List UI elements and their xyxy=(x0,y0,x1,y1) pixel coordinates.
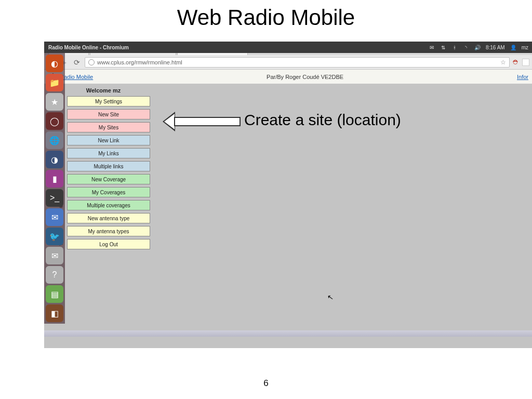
status-bar xyxy=(44,330,532,337)
launcher-icon-9[interactable]: 🐦 xyxy=(46,228,63,245)
menu-item-button[interactable]: My Sites xyxy=(67,122,150,132)
site-header: Radio Mobile Par/By Roger Coudé VE2DBE I… xyxy=(44,70,532,84)
launcher-icon-3[interactable]: ◯ xyxy=(46,112,63,130)
menu-item-button[interactable]: New antenna type xyxy=(67,213,150,223)
welcome-text: Welcome mz xyxy=(57,87,150,94)
menu-item-button[interactable]: New Site xyxy=(67,109,150,119)
launcher-icon-12[interactable]: ▤ xyxy=(46,285,63,303)
unity-launcher: ◐📁★◯🌐◑▮>_✉🐦✉?▤◧ xyxy=(44,53,65,324)
menu-item-multiple-coverages[interactable]: ◉Multiple coverages xyxy=(57,200,150,211)
sound-indicator-icon[interactable]: 🔊 xyxy=(474,44,481,50)
menu-item-log-out[interactable]: ↩Log Out xyxy=(57,238,150,250)
menu-item-new-link[interactable]: ⇄New Link xyxy=(57,135,150,146)
bookmark-star-icon[interactable]: ☆ xyxy=(500,59,506,66)
menu-item-my-coverages[interactable]: ◉My Coverages xyxy=(57,187,150,198)
menu-item-my-sites[interactable]: ✶My Sites xyxy=(57,122,150,133)
menu-item-button[interactable]: Multiple links xyxy=(67,161,150,171)
slide-page-number: 6 xyxy=(0,378,532,389)
user-label[interactable]: mz xyxy=(522,45,528,50)
bluetooth-indicator-icon[interactable]: ᚼ xyxy=(451,44,458,50)
callout-text: Create a site (location) xyxy=(244,111,401,129)
browser-screenshot: Radio Mobile Online - Chromium ✉ ⇅ ᚼ ◝ 🔊… xyxy=(44,42,532,348)
menu-panel: Welcome mz My Settings✶New Site✶My Sites… xyxy=(57,87,150,251)
menu-item-button[interactable]: Log Out xyxy=(67,239,150,249)
menu-item-button[interactable]: New Coverage xyxy=(67,174,150,184)
mail-indicator-icon[interactable]: ✉ xyxy=(429,44,435,50)
extension-icon[interactable]: ⛑ xyxy=(513,59,519,66)
menu-item-new-antenna-type[interactable]: ⊩New antenna type xyxy=(57,212,150,224)
mouse-cursor-icon: ↖ xyxy=(327,292,335,302)
menu-item-new-coverage[interactable]: ◉New Coverage xyxy=(57,174,150,185)
wifi-indicator-icon[interactable]: ◝ xyxy=(463,44,469,50)
launcher-icon-13[interactable]: ◧ xyxy=(46,304,63,322)
menu-item-my-settings[interactable]: My Settings xyxy=(57,96,150,107)
user-icon[interactable]: 👤 xyxy=(510,44,516,50)
browser-toolbar: ◄ ► ⟳ www.cplus.org/rmw/rmonline.html ☆ … xyxy=(44,55,532,70)
url-text: www.cplus.org/rmw/rmonline.html xyxy=(97,59,182,65)
menu-item-new-site[interactable]: ✶New Site xyxy=(57,109,150,120)
launcher-icon-4[interactable]: 🌐 xyxy=(46,131,63,149)
launcher-icon-8[interactable]: ✉ xyxy=(46,208,63,226)
clock-label[interactable]: 8:16 AM xyxy=(486,45,505,50)
launcher-icon-7[interactable]: >_ xyxy=(46,189,63,207)
window-title: Radio Mobile Online - Chromium xyxy=(48,45,423,50)
menu-icon[interactable] xyxy=(522,59,529,66)
ubuntu-top-panel: Radio Mobile Online - Chromium ✉ ⇅ ᚼ ◝ 🔊… xyxy=(44,42,532,53)
reload-button[interactable]: ⟳ xyxy=(72,58,82,67)
launcher-icon-5[interactable]: ◑ xyxy=(46,151,63,168)
launcher-icon-0[interactable]: ◐ xyxy=(46,55,63,72)
menu-item-button[interactable]: My antenna types xyxy=(67,226,150,236)
menu-item-button[interactable]: Multiple coverages xyxy=(67,200,150,210)
menu-item-my-links[interactable]: ⇄My Links xyxy=(57,148,150,159)
menu-item-button[interactable]: My Links xyxy=(67,148,150,158)
globe-icon xyxy=(88,59,95,65)
launcher-icon-10[interactable]: ✉ xyxy=(46,247,63,264)
menu-item-button[interactable]: New Link xyxy=(67,135,150,145)
network-indicator-icon[interactable]: ⇅ xyxy=(440,44,446,50)
slide-title: Web Radio Mobile xyxy=(0,0,532,36)
launcher-icon-2[interactable]: ★ xyxy=(46,93,63,111)
menu-item-button[interactable]: My Settings xyxy=(67,96,150,107)
callout-arrow xyxy=(163,111,241,131)
launcher-icon-11[interactable]: ? xyxy=(46,266,63,284)
info-link[interactable]: Infor xyxy=(517,74,528,80)
byline-text: Par/By Roger Coudé VE2DBE xyxy=(267,74,343,80)
menu-item-my-antenna-types[interactable]: ⊩My antenna types xyxy=(57,225,150,237)
menu-item-button[interactable]: My Coverages xyxy=(67,187,150,197)
launcher-icon-1[interactable]: 📁 xyxy=(46,74,63,91)
menu-item-multiple-links[interactable]: ⇄Multiple links xyxy=(57,161,150,172)
launcher-icon-6[interactable]: ▮ xyxy=(46,170,63,188)
address-bar[interactable]: www.cplus.org/rmw/rmonline.html ☆ xyxy=(85,57,510,68)
